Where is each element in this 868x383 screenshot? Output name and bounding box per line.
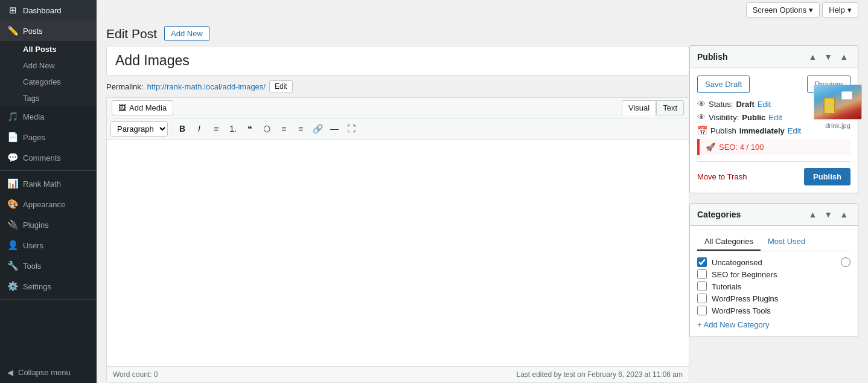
pages-icon: 📄: [7, 132, 18, 143]
post-title-input[interactable]: [106, 46, 689, 76]
plugins-icon: 🔌: [7, 219, 18, 230]
sidebar-item-comments[interactable]: 💬 Comments: [0, 147, 97, 168]
settings-icon: ⚙️: [7, 281, 18, 292]
sidebar-item-plugins[interactable]: 🔌 Plugins: [0, 214, 97, 235]
sidebar-label-settings: Settings: [23, 282, 51, 291]
categories-metabox: Categories ▲ ▼ ▲ All Categories Most Use…: [689, 203, 858, 337]
save-draft-button[interactable]: Save Draft: [697, 76, 750, 93]
ordered-list-button[interactable]: 1.: [225, 121, 241, 137]
category-checkbox-uncategorised[interactable]: [697, 257, 707, 267]
sidebar-item-posts[interactable]: ✏️ Posts: [0, 21, 97, 41]
permalink-link[interactable]: http://rank-math.local/add-images/: [147, 82, 266, 91]
visual-tab[interactable]: Visual: [622, 100, 656, 115]
help-button[interactable]: Help ▾: [822, 2, 858, 18]
status-edit-link[interactable]: Edit: [758, 100, 771, 109]
sidebar-label-tools: Tools: [23, 262, 41, 271]
content-area: Edit Post Add New Permalink: http://rank…: [97, 20, 868, 383]
categories-down[interactable]: ▼: [822, 208, 835, 220]
permalink-edit-button[interactable]: Edit: [269, 80, 293, 92]
sidebar-item-dashboard[interactable]: ⊞ Dashboard: [0, 0, 97, 21]
category-radio-uncategorised[interactable]: [841, 257, 850, 267]
publish-close[interactable]: ▲: [837, 51, 850, 63]
word-count: Word count: 0: [113, 370, 158, 379]
category-checkbox-seo-beginners[interactable]: [697, 269, 707, 279]
collapse-menu[interactable]: ◀ Collapse menu: [0, 362, 97, 383]
sidebar-item-all-posts[interactable]: All Posts: [0, 41, 97, 57]
help-chevron: ▾: [847, 5, 852, 14]
sidebar-label-plugins: Plugins: [23, 220, 49, 230]
preview-button[interactable]: Preview: [807, 76, 850, 93]
move-to-trash-link[interactable]: Move to Trash: [697, 172, 747, 181]
sidebar-item-tags[interactable]: Tags: [0, 90, 97, 106]
align-left-button[interactable]: ⬡: [259, 121, 275, 137]
category-item-uncategorised: Uncategorised: [697, 257, 850, 267]
publish-collapse-up[interactable]: ▲: [806, 51, 819, 63]
toolbar-divider-1: [171, 123, 171, 135]
category-item-seo-beginners: SEO for Beginners: [697, 269, 850, 279]
sidebar-item-appearance[interactable]: 🎨 Appearance: [0, 194, 97, 214]
right-panel: Publish ▲ ▼ ▲ Save Draft Preview 👁 Statu…: [689, 20, 858, 383]
add-media-button[interactable]: 🖼 Add Media: [112, 100, 173, 115]
category-label-uncategorised: Uncategorised: [712, 258, 762, 267]
visibility-edit-link[interactable]: Edit: [768, 113, 782, 122]
sidebar-item-pages[interactable]: 📄 Pages: [0, 127, 97, 147]
seo-icon: 🚀: [706, 143, 715, 152]
status-icon: 👁: [697, 99, 706, 109]
status-row: 👁 Status: Draft Edit: [697, 99, 850, 109]
category-checkbox-wp-plugins[interactable]: [697, 294, 707, 303]
media-icon: 🎵: [7, 111, 18, 122]
help-label: Help: [829, 5, 845, 14]
paragraph-select[interactable]: Paragraph: [110, 121, 168, 137]
publish-actions: Save Draft Preview: [697, 76, 850, 93]
sidebar-item-users[interactable]: 👤 Users: [0, 235, 97, 256]
unordered-list-button[interactable]: ≡: [208, 121, 224, 137]
editor-panel: Edit Post Add New Permalink: http://rank…: [106, 20, 689, 383]
category-label-seo-beginners: SEO for Beginners: [712, 270, 777, 279]
editor-body[interactable]: [107, 140, 689, 366]
more-button[interactable]: —: [327, 121, 342, 137]
appearance-icon: 🎨: [7, 199, 18, 210]
align-right-button[interactable]: ≡: [293, 121, 308, 137]
align-center-button[interactable]: ≡: [276, 121, 292, 137]
calendar-icon: 📅: [697, 126, 707, 135]
blockquote-button[interactable]: ❝: [242, 121, 258, 137]
editor-footer: Word count: 0 Last edited by test on Feb…: [107, 366, 689, 382]
italic-button[interactable]: I: [191, 121, 207, 137]
category-checkbox-tutorials[interactable]: [697, 282, 707, 291]
publish-when: immediately: [739, 126, 785, 135]
sidebar-item-tools[interactable]: 🔧 Tools: [0, 256, 97, 276]
tab-most-used[interactable]: Most Used: [761, 233, 812, 251]
publish-metabox-header: Publish ▲ ▼ ▲: [690, 46, 858, 68]
fullscreen-button[interactable]: ⛶: [343, 121, 359, 137]
category-label-tutorials: Tutorials: [712, 282, 741, 291]
sidebar-item-rank-math[interactable]: 📊 Rank Math: [0, 173, 97, 194]
last-edited: Last edited by test on February 6, 2023 …: [516, 370, 683, 379]
editor-top-bar: 🖼 Add Media Visual Text: [107, 98, 689, 118]
posts-icon: ✏️: [7, 25, 18, 36]
sidebar-item-categories[interactable]: Categories: [0, 74, 97, 90]
publish-edit-link[interactable]: Edit: [788, 126, 801, 135]
categories-up[interactable]: ▲: [806, 208, 819, 220]
text-tab[interactable]: Text: [656, 100, 684, 115]
category-checkbox-wp-tools[interactable]: [697, 306, 707, 315]
sidebar-item-settings[interactable]: ⚙️ Settings: [0, 276, 97, 297]
publish-footer: Move to Trash Publish: [697, 161, 850, 185]
bold-button[interactable]: B: [174, 121, 190, 137]
seo-value: SEO: 4 / 100: [719, 143, 764, 152]
publish-button[interactable]: Publish: [804, 168, 850, 185]
publish-metabox-body: Save Draft Preview 👁 Status: Draft Edit …: [690, 68, 858, 193]
categories-metabox-body: All Categories Most Used Uncategorised S…: [690, 226, 858, 336]
sidebar-item-add-new[interactable]: Add New: [0, 57, 97, 74]
visibility-value: Public: [742, 113, 765, 122]
add-new-category-link[interactable]: + Add New Category: [697, 320, 850, 329]
tab-all-categories[interactable]: All Categories: [697, 233, 761, 251]
editor-toolbar: Paragraph B I ≡ 1. ❝ ⬡ ≡ ≡ 🔗 — ⛶: [107, 118, 689, 140]
sidebar-label-dashboard: Dashboard: [23, 6, 62, 15]
add-new-button[interactable]: Add New: [164, 26, 209, 41]
categories-metabox-header: Categories ▲ ▼ ▲: [690, 204, 858, 226]
screen-options-button[interactable]: Screen Options ▾: [746, 2, 820, 18]
publish-collapse-down[interactable]: ▼: [822, 51, 835, 63]
categories-close[interactable]: ▲: [837, 208, 850, 220]
sidebar-item-media[interactable]: 🎵 Media: [0, 106, 97, 127]
link-button[interactable]: 🔗: [310, 121, 325, 137]
